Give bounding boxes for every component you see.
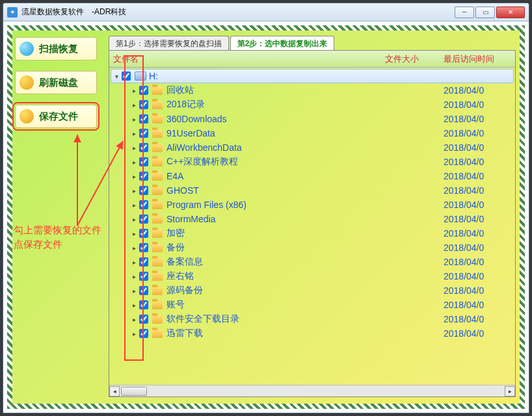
row-checkbox[interactable]: [139, 143, 148, 152]
row-checkbox[interactable]: [139, 214, 148, 224]
expand-icon[interactable]: ▸: [130, 259, 138, 266]
expand-icon[interactable]: ▸: [130, 287, 138, 294]
expand-icon[interactable]: ▸: [130, 330, 138, 337]
tree-area[interactable]: ▾ H: ▸回收站2018/04/0▸2018记录2018/04/0▸360Do…: [109, 68, 515, 385]
file-name: 账号: [166, 299, 385, 311]
row-checkbox[interactable]: [139, 272, 148, 281]
col-size[interactable]: 文件大小: [385, 53, 444, 65]
disk-icon: [20, 75, 34, 90]
table-row[interactable]: ▸91UserData2018/04/0: [109, 126, 515, 140]
scan-recover-button[interactable]: 扫描恢复: [15, 37, 97, 60]
expand-icon[interactable]: ▸: [130, 230, 138, 237]
row-checkbox[interactable]: [139, 229, 148, 238]
table-row[interactable]: ▸回收站2018/04/0: [109, 83, 515, 98]
file-panel: 文件名 文件大小 最后访问时间 ▾ H: ▸回收站2018/04/0▸2018记…: [109, 50, 516, 397]
table-row[interactable]: ▸2018记录2018/04/0: [109, 98, 515, 112]
window-title: 流星数据恢复软件 -ADR科技: [21, 6, 453, 18]
expand-icon[interactable]: ▸: [130, 144, 138, 151]
row-checkbox[interactable]: [139, 329, 148, 338]
row-checkbox[interactable]: [139, 114, 148, 124]
file-name: C++深度解析教程: [166, 156, 385, 168]
expand-icon[interactable]: ▸: [130, 244, 138, 252]
folder-icon: [152, 129, 163, 138]
table-row[interactable]: ▸源码备份2018/04/0: [109, 283, 515, 298]
file-time: 2018/04/0: [444, 285, 515, 296]
table-row[interactable]: ▸迅雷下载2018/04/0: [109, 326, 515, 341]
row-checkbox[interactable]: [139, 100, 148, 109]
collapse-icon[interactable]: ▾: [113, 73, 120, 80]
col-time[interactable]: 最后访问时间: [444, 53, 515, 65]
expand-icon[interactable]: ▸: [130, 130, 138, 137]
file-name: E4A: [166, 171, 385, 181]
refresh-disk-button[interactable]: 刷新磁盘: [15, 71, 97, 94]
table-row[interactable]: ▸StormMedia2018/04/0: [109, 212, 515, 226]
save-file-button[interactable]: 保存文件: [15, 105, 97, 128]
save-label: 保存文件: [39, 110, 78, 123]
row-checkbox[interactable]: [139, 172, 148, 181]
folder-icon: [152, 172, 163, 181]
row-checkbox[interactable]: [139, 157, 148, 166]
row-checkbox[interactable]: [139, 186, 148, 195]
annotation-text: 勾上需要恢复的文件 点保存文件: [14, 223, 101, 252]
scroll-left-icon[interactable]: ◂: [109, 386, 120, 396]
expand-icon[interactable]: ▸: [130, 173, 138, 180]
table-row[interactable]: ▸C++深度解析教程2018/04/0: [109, 155, 515, 169]
drive-checkbox[interactable]: [122, 72, 131, 81]
row-checkbox[interactable]: [139, 286, 148, 295]
expand-icon[interactable]: ▸: [130, 302, 138, 309]
table-row[interactable]: ▸360Downloads2018/04/0: [109, 112, 515, 126]
row-checkbox[interactable]: [139, 86, 148, 95]
folder-icon: [152, 258, 163, 266]
scroll-thumb[interactable]: [121, 387, 147, 396]
drive-icon: [135, 72, 146, 81]
file-name: 备案信息: [166, 256, 385, 268]
table-row[interactable]: ▸AliWorkbenchData2018/04/0: [109, 140, 515, 155]
minimize-button[interactable]: ─: [455, 6, 474, 18]
folder-icon: [152, 115, 163, 124]
table-row[interactable]: ▸E4A2018/04/0: [109, 169, 515, 183]
expand-icon[interactable]: ▸: [130, 159, 138, 166]
table-row[interactable]: ▸GHOST2018/04/0: [109, 183, 515, 198]
row-checkbox[interactable]: [139, 129, 148, 138]
app-window: ✦ 流星数据恢复软件 -ADR科技 ─ ▭ ✕ 扫描恢复 刷新磁盘 保存: [3, 3, 529, 413]
row-checkbox[interactable]: [139, 300, 148, 309]
table-row[interactable]: ▸座右铭2018/04/0: [109, 269, 515, 283]
expand-icon[interactable]: ▸: [130, 216, 138, 223]
tab-step1[interactable]: 第1步：选择需要恢复的盘扫描: [109, 36, 229, 50]
expand-icon[interactable]: ▸: [130, 202, 138, 209]
row-checkbox[interactable]: [139, 315, 148, 324]
horizontal-scrollbar[interactable]: ◂ ▸: [109, 385, 515, 396]
row-checkbox[interactable]: [139, 243, 148, 252]
expand-icon[interactable]: ▸: [130, 116, 138, 123]
row-checkbox[interactable]: [139, 200, 148, 209]
file-time: 2018/04/0: [444, 128, 515, 138]
close-button[interactable]: ✕: [496, 6, 525, 18]
scroll-right-icon[interactable]: ▸: [505, 386, 515, 396]
file-time: 2018/04/0: [444, 257, 515, 267]
table-row[interactable]: ▸Program Files (x86)2018/04/0: [109, 198, 515, 212]
table-row[interactable]: ▸加密2018/04/0: [109, 226, 515, 240]
table-row[interactable]: ▸备份2018/04/0: [109, 240, 515, 255]
file-name: 回收站: [166, 84, 385, 96]
maximize-button[interactable]: ▭: [475, 6, 495, 18]
folder-icon: [152, 244, 163, 252]
expand-icon[interactable]: ▸: [130, 187, 138, 194]
tab-step2[interactable]: 第2步：选中数据复制出来: [230, 36, 335, 50]
expand-icon[interactable]: ▸: [130, 316, 138, 323]
titlebar[interactable]: ✦ 流星数据恢复软件 -ADR科技 ─ ▭ ✕: [3, 3, 529, 21]
table-row[interactable]: ▸备案信息2018/04/0: [109, 255, 515, 269]
file-name: 源码备份: [166, 285, 385, 296]
expand-icon[interactable]: ▸: [130, 87, 138, 94]
drive-row[interactable]: ▾ H:: [111, 69, 514, 83]
file-name: 2018记录: [166, 99, 385, 110]
file-time: 2018/04/0: [444, 228, 515, 239]
row-checkbox[interactable]: [139, 257, 148, 266]
table-row[interactable]: ▸账号2018/04/0: [109, 298, 515, 312]
refresh-label: 刷新磁盘: [39, 77, 78, 89]
magnify-icon: [20, 42, 34, 56]
expand-icon[interactable]: ▸: [130, 273, 138, 280]
expand-icon[interactable]: ▸: [130, 101, 138, 109]
table-row[interactable]: ▸软件安全下载目录2018/04/0: [109, 312, 515, 326]
col-name[interactable]: 文件名: [109, 53, 385, 65]
sidebar: 扫描恢复 刷新磁盘 保存文件: [12, 31, 103, 404]
